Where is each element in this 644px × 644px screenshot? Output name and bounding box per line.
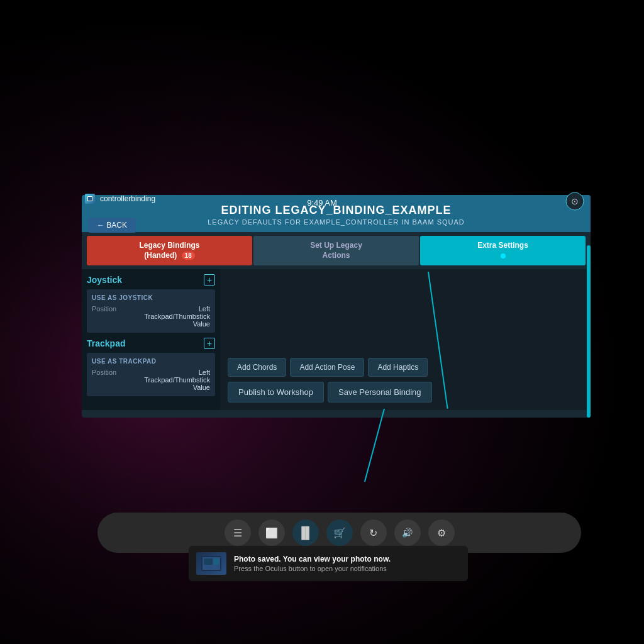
tab-setup-label: Set Up LegacyActions: [310, 241, 362, 260]
add-action-pose-button[interactable]: Add Action Pose: [290, 358, 364, 377]
taskbar-volume-button[interactable]: 🔊: [394, 519, 421, 546]
action-buttons-row: Add Chords Add Action Pose Add Haptics: [228, 358, 583, 377]
main-panel: EDITING LEGACY_BINDING_EXAMPLE LEGACY DE…: [82, 195, 591, 418]
scrollbar-accent[interactable]: [587, 245, 591, 418]
notification-thumbnail: [196, 552, 226, 575]
trackpad-add-button[interactable]: +: [204, 338, 215, 349]
save-personal-binding-button[interactable]: Save Personal Binding: [328, 382, 432, 402]
svg-rect-7: [214, 558, 219, 565]
taskbar-library-button[interactable]: ▐▌: [292, 519, 319, 546]
svg-rect-6: [204, 558, 213, 565]
save-label: Save Personal Binding: [338, 387, 421, 397]
svg-text:⊙: ⊙: [571, 196, 579, 206]
volume-icon: 🔊: [402, 528, 413, 538]
tab-extra-label: Extra Settings: [477, 241, 528, 250]
taskbar-menu-button[interactable]: ☰: [225, 519, 251, 546]
refresh-icon: ↻: [369, 527, 377, 539]
store-icon: 🛒: [333, 527, 346, 539]
trackpad-section-header: Trackpad +: [87, 338, 215, 349]
joystick-card-title: USE AS JOYSTICK: [92, 294, 210, 301]
settings-icon: ⚙: [437, 527, 446, 539]
trackpad-position-label: Position: [92, 369, 116, 376]
trackpad-card: USE AS TRACKPAD Position Left Trackpad/T…: [87, 353, 215, 396]
add-action-pose-label: Add Action Pose: [299, 363, 355, 372]
back-btn-inner[interactable]: ← BACK: [88, 218, 136, 233]
content-area: Joystick + USE AS JOYSTICK Position Left…: [82, 269, 591, 410]
menu-icon: ☰: [233, 527, 242, 539]
joystick-binding-row: Position Left Trackpad/Thumbstick Value: [92, 305, 210, 328]
taskbar-settings-button[interactable]: ⚙: [428, 519, 455, 546]
browser-icon: ⬜: [265, 527, 278, 539]
joystick-add-button[interactable]: +: [204, 274, 215, 286]
library-icon: ▐▌: [297, 526, 314, 540]
notification-body: Press the Oculus button to open your not…: [234, 565, 460, 572]
trackpad-binding-row: Position Left Trackpad/Thumbstick Value: [92, 369, 210, 391]
tabs-row: Legacy Bindings(Handed) 18 Set Up Legacy…: [82, 232, 591, 269]
publish-workshop-button[interactable]: Publish to Workshop: [228, 382, 324, 402]
time-display: 9:49 AM: [307, 198, 337, 208]
joystick-title: Joystick: [87, 275, 122, 285]
tab-legacy-badge: 18: [182, 252, 195, 260]
add-haptics-label: Add Haptics: [377, 363, 418, 372]
notification-text: Photo saved. You can view your photo now…: [234, 555, 460, 572]
trackpad-card-title: USE AS TRACKPAD: [92, 358, 210, 365]
window-title-bar: controllerbinding: [85, 194, 155, 204]
steam-icon[interactable]: ⊙: [565, 192, 584, 211]
taskbar-refresh-button[interactable]: ↻: [360, 519, 387, 546]
window-icon: [85, 194, 95, 204]
left-panel: Joystick + USE AS JOYSTICK Position Left…: [82, 269, 220, 410]
tab-legacy-bindings[interactable]: Legacy Bindings(Handed) 18: [87, 236, 252, 265]
trackpad-position-value: Left Trackpad/Thumbstick Value: [141, 369, 210, 391]
trackpad-title: Trackpad: [87, 338, 125, 348]
sub-title: LEGACY DEFAULTS FOR EXAMPLE_CONTROLLER I…: [88, 218, 584, 226]
notification-title: Photo saved. You can view your photo now…: [234, 555, 460, 564]
bottom-buttons-row: Publish to Workshop Save Personal Bindin…: [228, 382, 583, 402]
joystick-card: USE AS JOYSTICK Position Left Trackpad/T…: [87, 289, 215, 333]
right-panel: Add Chords Add Action Pose Add Haptics P…: [220, 269, 591, 410]
joystick-position-value: Left Trackpad/Thumbstick Value: [141, 305, 210, 328]
joystick-position-label: Position: [92, 305, 116, 313]
add-chords-button[interactable]: Add Chords: [228, 358, 286, 377]
taskbar-store-button[interactable]: 🛒: [326, 519, 353, 546]
joystick-section-header: Joystick +: [87, 274, 215, 286]
tab-extra-settings[interactable]: Extra Settings: [420, 236, 586, 265]
tab-setup-legacy[interactable]: Set Up LegacyActions: [253, 236, 419, 265]
add-chords-label: Add Chords: [237, 363, 277, 372]
publish-label: Publish to Workshop: [238, 387, 313, 397]
tab-extra-indicator: [501, 253, 506, 258]
taskbar-browser-button[interactable]: ⬜: [258, 519, 285, 546]
notification-toast: Photo saved. You can view your photo now…: [189, 546, 468, 581]
svg-rect-1: [88, 197, 92, 201]
window-title: controllerbinding: [100, 194, 155, 203]
add-haptics-button[interactable]: Add Haptics: [368, 358, 428, 377]
back-button[interactable]: ← BACK: [88, 218, 136, 233]
